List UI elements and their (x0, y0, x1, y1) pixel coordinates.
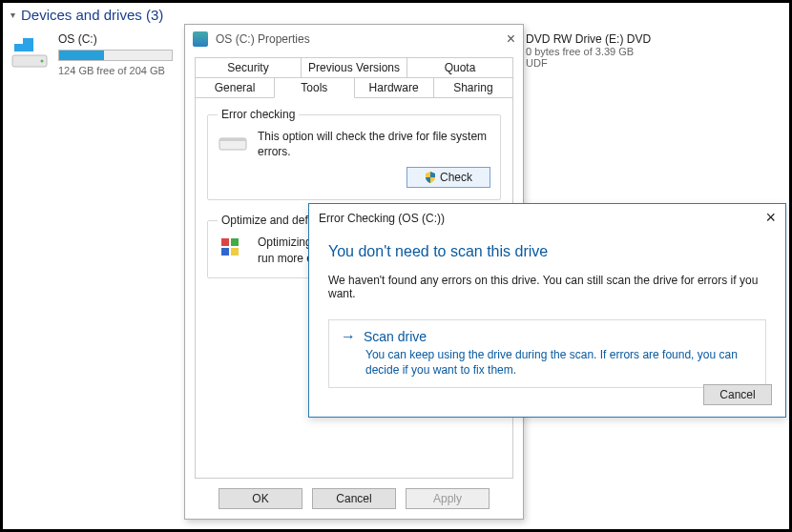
error-checking-dialog: Error Checking (OS (C:)) × You don't nee… (308, 203, 786, 418)
scan-drive-option[interactable]: → Scan drive You can keep using the driv… (328, 319, 766, 388)
svg-rect-13 (231, 248, 239, 256)
defrag-icon (218, 235, 248, 259)
svg-rect-1 (14, 38, 23, 44)
dialog-titlebar[interactable]: OS (C:) Properties × (185, 25, 523, 53)
ok-button[interactable]: OK (219, 488, 302, 509)
svg-rect-12 (221, 248, 229, 256)
scan-drive-desc: You can keep using the drive during the … (365, 347, 754, 378)
dialog-titlebar[interactable]: Error Checking (OS (C:)) × (309, 204, 785, 232)
close-icon[interactable]: × (507, 31, 515, 48)
drive-check-icon (218, 129, 248, 153)
drive-title: DVD RW Drive (E:) DVD (526, 32, 651, 46)
tab-sharing[interactable]: Sharing (433, 77, 513, 98)
drive-capacity-bar (58, 50, 173, 61)
svg-point-3 (41, 60, 44, 63)
tab-quota[interactable]: Quota (406, 57, 513, 77)
dialog-message: We haven't found any errors on this driv… (328, 274, 766, 300)
dialog-title: Error Checking (OS (C:)) (319, 212, 445, 225)
group-header-devices[interactable]: ▾ Devices and drives (3) (10, 7, 782, 23)
cancel-button[interactable]: Cancel (312, 488, 396, 509)
drive-icon (10, 32, 49, 71)
drive-free-text: 0 bytes free of 3.39 GB (526, 46, 651, 57)
svg-rect-9 (219, 138, 246, 141)
tab-security[interactable]: Security (195, 57, 302, 77)
close-icon[interactable]: × (765, 208, 776, 228)
svg-rect-10 (221, 238, 229, 246)
chevron-down-icon: ▾ (10, 10, 15, 20)
drive-icon (193, 31, 208, 47)
check-button[interactable]: Check (406, 167, 490, 188)
tab-hardware[interactable]: Hardware (354, 77, 434, 98)
group-error-checking: Error checking This option will check th… (207, 108, 501, 200)
cancel-button[interactable]: Cancel (703, 384, 772, 405)
dialog-heading: You don't need to scan this drive (328, 243, 766, 260)
scan-drive-title: Scan drive (364, 329, 427, 344)
svg-rect-11 (231, 238, 239, 246)
group-text: This option will check the drive for fil… (258, 129, 490, 159)
drive-title: OS (C:) (58, 32, 173, 46)
drive-free-text: 124 GB free of 204 GB (58, 65, 173, 76)
tab-general[interactable]: General (195, 77, 275, 98)
tab-previous-versions[interactable]: Previous Versions (301, 57, 407, 77)
tab-tools[interactable]: Tools (274, 77, 354, 98)
apply-button[interactable]: Apply (406, 488, 490, 509)
drive-fs-text: UDF (526, 57, 651, 69)
dialog-title: OS (C:) Properties (216, 32, 310, 46)
shield-icon (425, 172, 436, 183)
group-header-label: Devices and drives (3) (21, 7, 163, 23)
group-legend: Error checking (218, 108, 299, 121)
arrow-right-icon: → (341, 328, 356, 345)
